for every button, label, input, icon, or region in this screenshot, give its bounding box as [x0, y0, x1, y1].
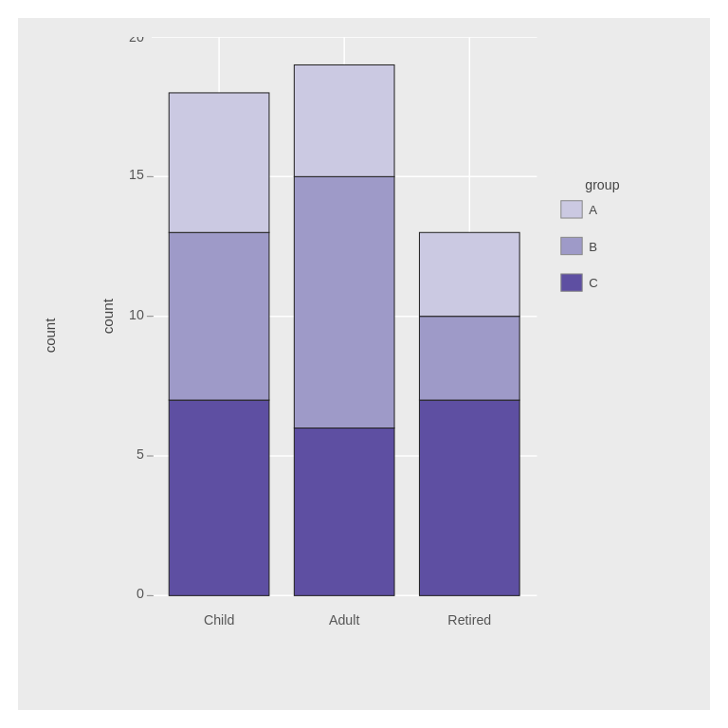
chart-container: count 0 [18, 18, 710, 710]
bar-adult-A [294, 64, 394, 176]
y-tick-0: 0 [136, 586, 144, 601]
y-tick-15: 15 [129, 167, 144, 182]
bar-child-C [169, 400, 269, 595]
bar-child-B [169, 232, 269, 400]
bar-retired-C [419, 400, 519, 595]
y-tick-5: 5 [136, 446, 144, 462]
bar-adult-B [294, 176, 394, 428]
bar-adult-C [294, 428, 394, 596]
bar-child-A [169, 93, 269, 232]
y-axis-label-svg: count [100, 298, 116, 334]
y-axis-label: count [42, 318, 58, 354]
y-tick-10: 10 [129, 307, 144, 322]
x-label-adult: Adult [329, 612, 359, 628]
legend-swatch-A [561, 201, 582, 218]
y-tick-20: 20 [129, 37, 144, 45]
legend-swatch-C [561, 274, 582, 291]
legend-title: group [585, 177, 619, 192]
legend-label-C: C [589, 276, 598, 290]
legend-label-A: A [589, 203, 597, 217]
bar-retired-B [419, 317, 519, 400]
bar-retired-A [419, 232, 519, 316]
x-label-retired: Retired [447, 612, 491, 628]
svg-rect-13 [556, 172, 658, 345]
legend-label-B: B [589, 240, 597, 254]
x-label-child: Child [204, 612, 234, 628]
legend-swatch-B [561, 237, 582, 254]
